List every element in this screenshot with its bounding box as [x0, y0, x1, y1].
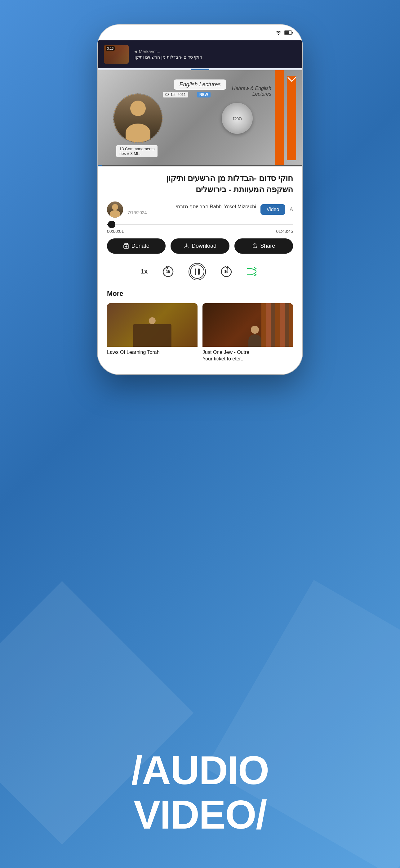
more-card-title-1: Laws Of Learning Torah — [107, 349, 198, 356]
video-title: חוקי סדום -הבדלות מן הרשעים ותיקון השקפה… — [107, 173, 293, 195]
donate-label: Donate — [131, 243, 149, 249]
video-date-badge: 08 1st, 2011 — [163, 92, 188, 97]
share-icon — [252, 243, 258, 249]
svg-text:15: 15 — [166, 270, 170, 274]
rabbi-date: 7/16/2024 — [128, 210, 256, 215]
rewind-button[interactable]: 15 — [160, 264, 176, 280]
more-card-thumb-2 — [202, 303, 293, 347]
prev-video-thumbnail: 3:13 — [104, 45, 129, 64]
svg-rect-9 — [195, 269, 196, 275]
rabbi-avatar — [107, 202, 123, 218]
forward-icon: 15 — [219, 264, 234, 279]
current-time: 00:00:01 — [107, 229, 124, 234]
video-player[interactable]: English Lectures 08 1st, 2011 NEW Hebrew… — [98, 70, 302, 166]
time-labels: 00:00:01 01:48:45 — [107, 229, 293, 234]
video-medallion: תרכז — [222, 103, 253, 134]
more-card-thumb-1 — [107, 303, 198, 347]
more-card-2[interactable]: Just One Jew - Outre Your ticket to eter… — [202, 303, 293, 362]
orange-bar-2 — [287, 76, 296, 160]
video-content: English Lectures 08 1st, 2011 NEW Hebrew… — [98, 70, 302, 166]
prev-video-title: חוקי סדום -הבדלות מן הרשעים ותיקון — [133, 55, 296, 60]
bottom-text-video: VIDEO/ — [6, 793, 394, 837]
video-progress-bar — [98, 165, 302, 166]
lectures-label: English Lectures — [174, 80, 226, 90]
svg-rect-4 — [125, 243, 128, 245]
prev-video-info: ◄ Merkavot... חוקי סדום -הבדלות מן הרשעי… — [133, 49, 296, 60]
rabbi-info: Rabbi Yosef Mizrachi הרב יוסף מזרחי 7/16… — [128, 204, 256, 215]
svg-text:15: 15 — [225, 270, 228, 274]
bottom-text-audio: /AUDIO — [6, 748, 394, 793]
svg-rect-1 — [292, 32, 293, 34]
phone-frame: 3:13 ◄ Merkavot... חוקי סדום -הבדלות מן … — [98, 25, 302, 374]
donate-icon — [124, 243, 129, 249]
more-title: More — [107, 290, 293, 298]
svg-rect-2 — [285, 31, 289, 34]
video-person — [114, 94, 162, 142]
action-buttons: Donate Download Share — [107, 239, 293, 254]
content-area: חוקי סדום -הבדלות מן הרשעים ותיקון השקפה… — [98, 166, 302, 374]
rabbi-row: Rabbi Yosef Mizrachi הרב יוסף מזרחי 7/16… — [107, 202, 293, 218]
more-grid: Laws Of Learning Torah — [107, 303, 293, 362]
audio-label: A — [290, 207, 293, 212]
total-time: 01:48:45 — [276, 229, 293, 234]
commandments-text: 13 Commandments ries # 8 MI... — [116, 145, 158, 157]
playback-controls: 1x 15 — [107, 263, 293, 280]
share-button[interactable]: Share — [234, 239, 293, 254]
rewind-icon: 15 — [161, 264, 175, 279]
pause-icon — [190, 264, 205, 279]
status-bar — [98, 25, 302, 40]
progress-thumb[interactable] — [108, 221, 115, 228]
rabbi-name: Rabbi Yosef Mizrachi הרב יוסף מזרחי — [128, 204, 256, 210]
donate-button[interactable]: Donate — [107, 239, 166, 254]
speed-button[interactable]: 1x — [141, 268, 147, 275]
scroll-indicator — [191, 69, 209, 70]
video-new-badge: NEW — [197, 92, 210, 97]
wifi-icon — [275, 30, 282, 35]
more-card-1[interactable]: Laws Of Learning Torah — [107, 303, 198, 362]
download-label: Download — [192, 243, 216, 249]
bottom-text-section: /AUDIO VIDEO/ — [0, 742, 400, 843]
video-type-button[interactable]: Video — [261, 204, 286, 215]
orange-bar-1 — [275, 70, 284, 166]
share-label: Share — [260, 243, 275, 249]
shuffle-button[interactable] — [247, 267, 259, 276]
prev-video-timestamp: 3:13 — [106, 46, 115, 51]
hebrew-english-label: Hebrew & English Lectures — [232, 86, 271, 97]
more-section: More — [107, 290, 293, 369]
playback-section: 00:00:01 01:48:45 — [107, 224, 293, 234]
video-circle-thumb — [113, 93, 163, 143]
prev-video-bar: 3:13 ◄ Merkavot... חוקי סדום -הבדלות מן … — [98, 40, 302, 68]
more-card-title-2: Just One Jew - Outre Your ticket to eter… — [202, 349, 293, 362]
chevron-down-icon[interactable] — [288, 75, 296, 85]
prev-channel-label: ◄ Merkavot... — [133, 49, 296, 54]
download-button[interactable]: Download — [171, 239, 229, 254]
svg-rect-10 — [198, 269, 200, 275]
download-icon — [184, 243, 189, 249]
shuffle-icon — [247, 267, 259, 276]
video-progress-fill — [98, 165, 102, 166]
battery-icon — [284, 30, 293, 35]
pause-button[interactable] — [189, 263, 206, 280]
progress-track[interactable] — [107, 224, 293, 225]
forward-button[interactable]: 15 — [218, 264, 234, 280]
status-icons — [275, 30, 293, 35]
svg-point-8 — [190, 265, 204, 278]
